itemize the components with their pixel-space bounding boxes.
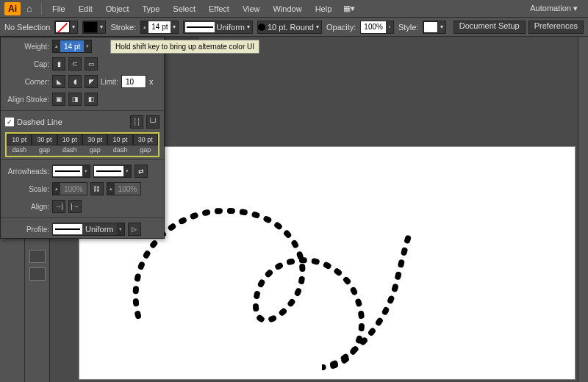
cap-round-button[interactable]: ⊂ (68, 57, 82, 71)
align-stroke-label: Align Stroke: (5, 96, 49, 104)
corner-miter-button[interactable]: ◣ (52, 75, 65, 88)
limit-input[interactable]: 10 (121, 75, 146, 88)
chevron-down-icon: ▾ (573, 4, 578, 12)
fill-swatch[interactable]: ▾ (54, 21, 78, 34)
profile-label: Profile: (5, 226, 49, 234)
stroke-label: Stroke: (110, 23, 136, 32)
align-center-button[interactable]: ▣ (52, 93, 65, 106)
corner-label: Corner: (5, 78, 49, 86)
gap-input[interactable]: 30 pt (32, 134, 57, 145)
control-bar: No Selection ▾ ▾ Stroke: ▴14 pt▾ Uniform… (0, 18, 588, 37)
menu-effect[interactable]: Effect (203, 3, 235, 15)
limit-label: Limit: (101, 78, 118, 86)
stroke-swatch[interactable]: ▾ (82, 21, 106, 34)
panel-icon[interactable] (29, 267, 46, 281)
align-inside-button[interactable]: ◨ (68, 93, 82, 106)
menu-bar: Ai ⌂ File Edit Object Type Select Effect… (0, 0, 588, 18)
dash-input[interactable]: 10 pt (57, 134, 82, 145)
menu-help[interactable]: Help (309, 3, 338, 15)
stroke-profile-dropdown[interactable]: Uniform▾ (183, 21, 253, 34)
app-logo: Ai (4, 2, 21, 15)
arrow-align-tip-button[interactable]: →| (52, 200, 65, 213)
home-icon[interactable]: ⌂ (22, 2, 37, 15)
arrow-start-dropdown[interactable]: ▾ (52, 165, 90, 178)
menu-window[interactable]: Window (268, 3, 308, 15)
cap-butt-button[interactable]: ▮ (52, 57, 65, 71)
corner-bevel-button[interactable]: ◤ (85, 75, 98, 88)
selection-status: No Selection (4, 23, 50, 32)
chevron-down-icon: ▾ (98, 22, 105, 32)
opacity-input[interactable]: 100%› (360, 21, 394, 34)
separator (41, 3, 42, 15)
cap-label: Cap: (5, 60, 49, 68)
corner-round-button[interactable]: ◖ (68, 75, 82, 88)
limit-x: x (149, 77, 154, 86)
weight-input[interactable]: ▴ 14 pt ▾ (52, 40, 92, 53)
align-outside-button[interactable]: ◧ (85, 93, 98, 106)
tooltip: Hold shift key to bring up alternate col… (110, 40, 259, 54)
gap-input[interactable]: 30 pt (133, 134, 158, 145)
style-label: Style: (398, 23, 419, 32)
dash-input[interactable]: 10 pt (7, 134, 32, 145)
swap-arrows-button[interactable]: ⇄ (135, 165, 148, 178)
menu-view[interactable]: View (237, 3, 266, 15)
stroke-panel: Weight: ▴ 14 pt ▾ Cap: ▮ ⊂ ▭ Corner: ◣ ◖… (0, 37, 165, 239)
stroke-weight-input[interactable]: ▴14 pt▾ (140, 21, 179, 34)
chevron-down-icon[interactable]: ▾ (84, 40, 91, 52)
menu-type[interactable]: Type (137, 3, 166, 15)
arrow-align-label: Align: (5, 203, 49, 211)
chevron-down-icon: ▾ (70, 22, 77, 32)
workspace-switcher-icon[interactable]: ▦▾ (343, 4, 355, 14)
stepper-icon[interactable]: ▴ (53, 40, 60, 52)
menu-object[interactable]: Object (100, 3, 135, 15)
dash-input[interactable]: 10 pt (107, 134, 132, 145)
arrow-scale-start[interactable]: ▴100% (52, 182, 87, 195)
menu-select[interactable]: Select (167, 3, 201, 15)
automation-dropdown[interactable]: Automation ▾ (524, 2, 584, 15)
document-setup-button[interactable]: Document Setup (453, 21, 526, 34)
dash-pattern-grid: 10 ptdash 30 ptgap 10 ptdash 30 ptgap 10… (5, 132, 159, 157)
arrow-end-dropdown[interactable]: ▾ (93, 165, 132, 178)
opacity-label: Opacity: (326, 23, 356, 32)
weight-label: Weight: (5, 43, 49, 51)
style-dropdown[interactable]: ▾ (423, 21, 446, 34)
dashed-line-label: Dashed Line (17, 118, 62, 126)
preferences-button[interactable]: Preferences (528, 21, 584, 34)
flip-along-button[interactable]: ▷ (128, 223, 141, 236)
menu-edit[interactable]: Edit (73, 3, 98, 15)
arrow-scale-label: Scale: (5, 185, 49, 193)
panel-icon[interactable] (29, 250, 46, 263)
arrow-scale-end[interactable]: ▴100% (107, 182, 142, 195)
arrow-align-path-button[interactable]: |→ (68, 200, 82, 213)
dashed-line-checkbox[interactable]: ✓ (5, 118, 14, 126)
profile-dropdown[interactable]: Uniform▾ (52, 223, 125, 236)
link-scale-icon[interactable]: ⛓ (90, 182, 104, 195)
arrowheads-label: Arrowheads: (5, 167, 49, 176)
gap-input[interactable]: 30 pt (82, 134, 107, 145)
dash-align-corners-button[interactable]: └┘ (146, 115, 159, 129)
dash-align-preserve-button[interactable]: ┊┊ (130, 115, 143, 129)
brush-dropdown[interactable]: 10 pt. Round▾ (257, 21, 322, 34)
cap-projecting-button[interactable]: ▭ (85, 57, 98, 71)
menu-file[interactable]: File (46, 3, 71, 15)
